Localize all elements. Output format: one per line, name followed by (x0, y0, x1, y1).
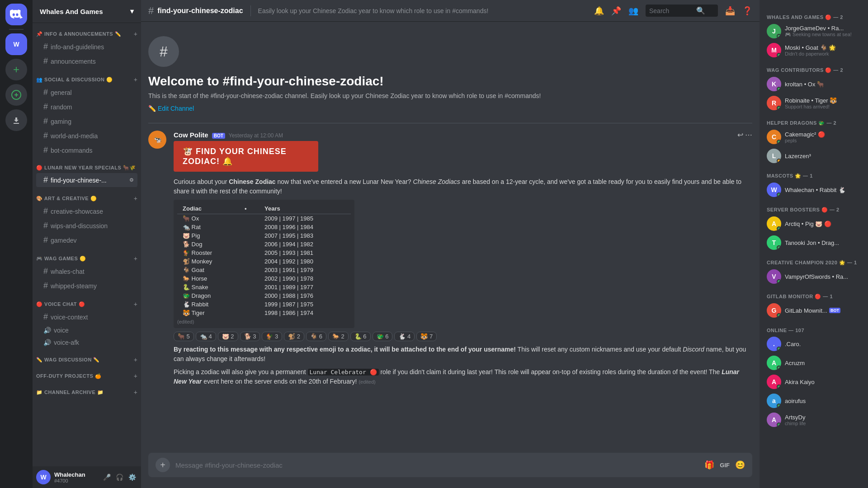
hash-icon: # (43, 56, 48, 66)
pin-icon[interactable]: 📌 (611, 6, 621, 16)
category-lunar[interactable]: 🔴 LUNAR NEW YEAR SPECIALS 🐂🌾 (33, 158, 141, 173)
member-moski[interactable]: M Moski • Goat 🐐 🌟 Didn't do paperwork (763, 41, 864, 59)
category-off-duty[interactable]: OFF-DUTY PROJECTS 🍊 + (33, 365, 141, 381)
channel-announcements[interactable]: # announcements (36, 54, 137, 68)
category-wag-games[interactable]: 🎮 WAG GAMES 🟡 + (33, 248, 141, 264)
category-wag-games-plus[interactable]: + (134, 255, 137, 262)
gif-icon[interactable]: GIF (720, 462, 730, 469)
member-artsydy[interactable]: A ArtsyDy chimp life (763, 411, 864, 429)
reaction-dragon[interactable]: 🐲 6 (373, 332, 393, 341)
add-attachment-button[interactable]: + (156, 458, 170, 472)
member-whalechan[interactable]: W Whalechan • Rabbit 🐇 (763, 181, 864, 199)
mute-button[interactable]: 🎤 (101, 472, 112, 483)
members-icon[interactable]: 👥 (628, 6, 638, 16)
reaction-goat[interactable]: 🐐 6 (306, 332, 326, 341)
reply-icon[interactable]: ↩ (737, 131, 743, 139)
channel-voice[interactable]: 🔊 voice (36, 324, 137, 336)
search-input[interactable] (649, 7, 694, 14)
server-name: Whales And Games (40, 8, 103, 15)
member-lazerzen[interactable]: L Lazerzen³ (763, 147, 864, 165)
member-avatar: . (767, 337, 781, 351)
member-robinaite[interactable]: R Robinaite • Tiger 🐯 Support has arrive… (763, 94, 864, 112)
server-name-bar[interactable]: Whales And Games ▾ (33, 0, 141, 23)
reaction-rooster[interactable]: 🐓 3 (262, 332, 282, 341)
channel-general[interactable]: # general (36, 85, 137, 99)
member-name: ArtsyDy (785, 414, 806, 421)
reaction-dog[interactable]: 🐕 3 (240, 332, 260, 341)
table-header-years: Years (259, 203, 351, 214)
gift-icon[interactable]: 🎁 (704, 460, 714, 470)
reaction-snake[interactable]: 🐍 6 (350, 332, 371, 341)
category-info-plus[interactable]: + (134, 30, 137, 38)
channel-gaming[interactable]: # gaming (36, 114, 137, 128)
channel-whipped-steamy[interactable]: # whipped-steamy (36, 279, 137, 293)
member-jorgegamedev[interactable]: J JorgeGameDev • Ra... 🎮 Seeking new tow… (763, 22, 864, 40)
more-options-icon[interactable]: ⋯ (745, 131, 752, 139)
member-caro[interactable]: . .Caro. (763, 335, 864, 353)
member-tanooki[interactable]: T Tanooki Jon • Drag... (763, 234, 864, 252)
member-avatar: K (767, 77, 781, 91)
category-archive[interactable]: 📁 CHANNEL ARCHIVE 📁 + (33, 381, 141, 398)
channel-info-and-guidelines[interactable]: # info-and-guidelines (36, 40, 137, 54)
voice-icon: 🔊 (43, 327, 51, 334)
help-icon[interactable]: ❓ (742, 6, 752, 16)
member-name: Moski • Goat 🐐 🌟 (785, 44, 836, 51)
emoji-icon[interactable]: 😊 (735, 460, 745, 470)
server-icon-wag[interactable]: W (5, 33, 27, 55)
table-row: 🐂 Ox2009 | 1997 | 1985 (177, 214, 351, 223)
download-icon[interactable] (5, 109, 27, 131)
category-wag-discussion-plus[interactable]: + (134, 356, 137, 363)
notification-bell-icon[interactable]: 🔔 (594, 6, 604, 16)
member-gitlab[interactable]: G GitLab Mownit... BOT (763, 301, 864, 319)
reaction-ox[interactable]: 🐂 5 (174, 332, 194, 341)
channel-bot-commands[interactable]: # bot-commands (36, 143, 137, 157)
settings-button[interactable]: ⚙️ (127, 472, 137, 483)
server-chevron-icon: ▾ (130, 7, 134, 15)
channel-voice-context[interactable]: # voice-context (36, 310, 137, 324)
add-server-button[interactable]: + (5, 59, 27, 80)
category-art[interactable]: 🎨 ART & CREATIVE 🟡 + (33, 188, 141, 204)
category-off-duty-plus[interactable]: + (134, 372, 137, 380)
category-social[interactable]: 👥 SOCIAL & DISCUSSION 🟡 + (33, 69, 141, 85)
channel-settings-icon[interactable]: ⚙ (129, 177, 134, 183)
member-cakemagic[interactable]: C Cakemagic² 🔴 pepls (763, 128, 864, 146)
inline-code: Lunar Celebrator 🔴 (308, 369, 379, 375)
channel-creative-showcase[interactable]: # creative-showcase (36, 204, 137, 218)
category-info[interactable]: 📌 INFO & ANNOUNCEMENTS ✏️ + (33, 23, 141, 39)
category-social-plus[interactable]: + (134, 76, 137, 83)
inbox-icon[interactable]: 📥 (725, 6, 735, 16)
deafen-button[interactable]: 🎧 (114, 472, 125, 483)
explore-servers-icon[interactable] (5, 84, 27, 106)
member-akira[interactable]: A Akira Kaiyo (763, 373, 864, 391)
member-aoirufus[interactable]: a aoirufus (763, 392, 864, 410)
member-name: JorgeGameDev • Ra... (785, 25, 852, 32)
reaction-rat[interactable]: 🐀 4 (196, 332, 216, 341)
channel-random[interactable]: # random (36, 100, 137, 114)
reaction-tiger[interactable]: 🐯 7 (416, 332, 437, 341)
channel-wips-and-discussion[interactable]: # wips-and-discussion (36, 219, 137, 233)
reaction-pig[interactable]: 🐷 2 (218, 332, 238, 341)
member-status-online (777, 53, 781, 57)
reaction-horse[interactable]: 🐎 2 (328, 332, 349, 341)
member-kroltan[interactable]: K kroltan • Ox 🐂 (763, 75, 864, 93)
category-voice-plus[interactable]: + (134, 300, 137, 308)
discord-home-icon[interactable] (5, 4, 27, 25)
edit-channel-button[interactable]: ✏️ Edit Channel (148, 105, 752, 112)
category-art-plus[interactable]: + (134, 195, 137, 202)
member-acruzm[interactable]: A Acruzm (763, 354, 864, 372)
channel-gamedev[interactable]: # gamedev (36, 233, 137, 247)
channel-hash-icon: # (148, 5, 154, 17)
channel-world-and-media[interactable]: # world-and-media (36, 129, 137, 143)
category-archive-plus[interactable]: + (134, 389, 137, 396)
channel-find-chinese-zodiac[interactable]: # find-your-chinese-... ⚙ (36, 173, 137, 187)
channel-whales-chat[interactable]: # whales-chat (36, 264, 137, 278)
category-voice[interactable]: 🔴 VOICE CHAT 🔴 + (33, 293, 141, 310)
member-vampyr[interactable]: V VampyrOfSwords • Ra... (763, 267, 864, 286)
reaction-rabbit[interactable]: 🐇 4 (394, 332, 415, 341)
member-arctiq[interactable]: A Arctiq • Pig 🐷 🔴 (763, 215, 864, 233)
chat-input[interactable] (175, 461, 699, 469)
channel-voice-afk[interactable]: 🔊 voice-afk (36, 337, 137, 348)
reaction-monkey[interactable]: 🐒 2 (284, 332, 304, 341)
category-wag-discussion[interactable]: ✏️ WAG DISCUSSION ✏️ + (33, 349, 141, 365)
search-box[interactable]: 🔍 (646, 5, 718, 17)
